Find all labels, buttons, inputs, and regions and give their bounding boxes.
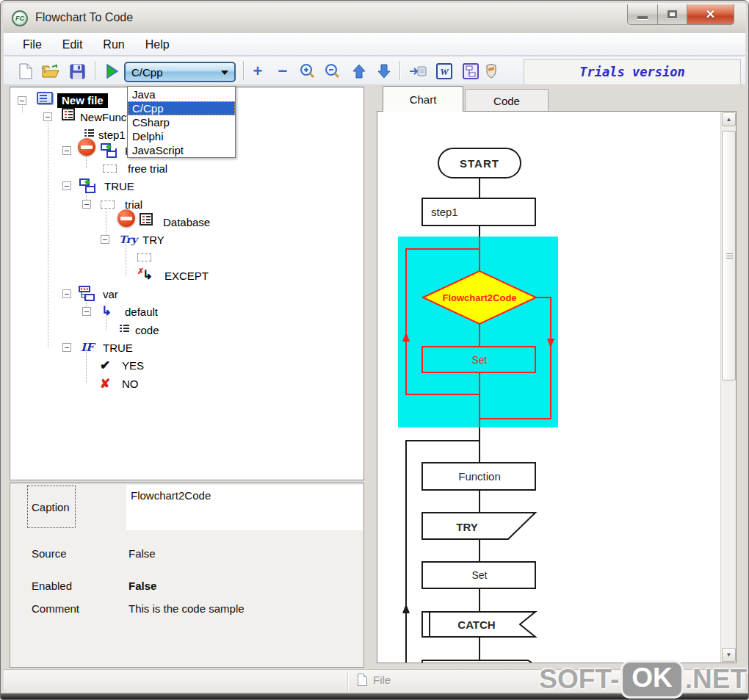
- start-label: START: [460, 157, 499, 170]
- zoom-in-icon: [300, 63, 316, 79]
- file-page-icon: [358, 674, 367, 686]
- disabled-icon: [117, 209, 135, 227]
- function-icon: [62, 108, 75, 120]
- scroll-down-button[interactable]: ▼: [722, 648, 736, 662]
- database-icon: [140, 213, 153, 225]
- arrow-down-icon: [377, 64, 391, 79]
- minimize-button[interactable]: [627, 4, 658, 25]
- caption-label[interactable]: Caption: [27, 486, 76, 528]
- flowchart-drawing: START step1 Flowchart2Code Set Function …: [377, 112, 720, 663]
- scroll-up-button[interactable]: ▲: [722, 112, 736, 126]
- tree-item-label: YES: [122, 359, 144, 372]
- step1-label: step1: [431, 206, 458, 218]
- tree-item-label: TRUE: [103, 342, 133, 354]
- open-folder-icon: [42, 64, 59, 79]
- title-bar[interactable]: FC Flowchart To Code ✕: [3, 3, 746, 33]
- export-flowchart-button[interactable]: [462, 62, 480, 80]
- collapse-icon[interactable]: [18, 96, 26, 105]
- loop-node-icon: [100, 142, 119, 159]
- trials-version-banner: Trials version: [524, 59, 741, 84]
- close-button[interactable]: ✕: [687, 4, 734, 25]
- tree-connector: [106, 205, 106, 239]
- arrow-up-icon: [352, 64, 366, 79]
- run-button[interactable]: [104, 62, 121, 80]
- variables-icon: [78, 285, 97, 303]
- dropdown-option-csharp[interactable]: CSharp: [128, 115, 235, 129]
- menu-edit[interactable]: Edit: [52, 38, 93, 51]
- collapse-icon[interactable]: [82, 307, 91, 316]
- collapse-icon[interactable]: [62, 343, 71, 352]
- scrollbar-thumb[interactable]: [722, 131, 736, 380]
- partial-node: [422, 660, 532, 663]
- loop-region: [398, 237, 558, 427]
- toolbar-separator: [95, 61, 95, 80]
- toolbar-separator: [243, 61, 244, 80]
- minimize-icon: [637, 16, 648, 19]
- maximize-button[interactable]: [658, 4, 687, 25]
- flowchart-export-icon: [463, 63, 479, 79]
- help-shield-button[interactable]: [485, 62, 497, 80]
- collapse-icon[interactable]: [82, 200, 91, 209]
- chart-canvas[interactable]: START step1 Flowchart2Code Set Function …: [377, 111, 737, 663]
- dropdown-option-javascript[interactable]: JavaScript: [128, 143, 235, 157]
- vertical-scrollbar[interactable]: ▲ ▼: [720, 112, 736, 663]
- minus-icon: −: [278, 64, 288, 79]
- move-down-button[interactable]: [375, 62, 393, 80]
- collapse-icon[interactable]: [62, 181, 71, 190]
- function-label: Function: [458, 470, 501, 483]
- placeholder-box-icon: [137, 253, 151, 261]
- collapse-icon[interactable]: [43, 112, 52, 121]
- collapse-icon[interactable]: [62, 146, 71, 155]
- watermark-suffix: .NET: [685, 664, 747, 695]
- new-file-button[interactable]: [17, 62, 35, 80]
- tree-connector: [126, 240, 126, 275]
- dropdown-option-java[interactable]: Java: [128, 87, 235, 101]
- enabled-value[interactable]: False: [129, 580, 156, 592]
- window-controls: ✕: [627, 4, 734, 25]
- open-file-button[interactable]: [42, 62, 59, 80]
- dropdown-option-delphi[interactable]: Delphi: [128, 129, 235, 143]
- try-node[interactable]: [422, 513, 535, 539]
- tree-item-label: TRY: [142, 234, 164, 246]
- enabled-label: Enabled: [32, 580, 72, 592]
- file-form-icon: [37, 92, 53, 104]
- collapse-icon[interactable]: [62, 289, 71, 298]
- zoom-out-button[interactable]: [324, 62, 341, 80]
- caption-value-field[interactable]: Flowchart2Code: [126, 485, 363, 530]
- properties-panel: Caption Flowchart2Code Source False Enab…: [10, 483, 364, 668]
- tree-item-label: EXCEPT: [164, 270, 209, 282]
- tree-item-label: default: [125, 306, 158, 318]
- menu-run[interactable]: Run: [93, 38, 134, 51]
- x-mark-icon: ✘: [100, 378, 110, 390]
- placeholder-box-icon: [103, 165, 117, 173]
- source-value[interactable]: False: [129, 547, 156, 560]
- chevron-down-icon: [221, 71, 228, 75]
- close-icon: ✕: [706, 7, 715, 21]
- loop-node-icon: [79, 178, 98, 194]
- comment-value[interactable]: This is the code sample: [129, 602, 245, 615]
- tab-code[interactable]: Code: [465, 89, 549, 112]
- export-arrow-icon: [409, 65, 427, 78]
- collapse-icon[interactable]: [101, 235, 109, 244]
- zoom-in-button[interactable]: [299, 62, 316, 80]
- try-label: TRY: [456, 521, 477, 533]
- new-document-icon: [19, 63, 32, 79]
- menu-bar: File Edit Run Help: [4, 33, 745, 56]
- tree-item-label: var: [103, 288, 118, 300]
- watermark-ok-badge: OK: [620, 660, 684, 699]
- move-up-button[interactable]: [350, 62, 368, 80]
- add-node-button[interactable]: +: [249, 62, 267, 80]
- export-word-button[interactable]: W: [435, 62, 453, 80]
- app-icon: FC: [12, 10, 28, 26]
- menu-file[interactable]: File: [12, 38, 52, 51]
- language-combobox[interactable]: C/Cpp: [124, 62, 236, 82]
- remove-node-button[interactable]: −: [274, 62, 292, 80]
- menu-help[interactable]: Help: [135, 38, 180, 51]
- catch-label: CATCH: [457, 618, 495, 631]
- export-code-button[interactable]: [409, 62, 427, 80]
- dropdown-option-ccpp[interactable]: C/Cpp: [128, 101, 235, 115]
- save-button[interactable]: [68, 62, 86, 80]
- comment-label: Comment: [32, 602, 79, 615]
- word-icon: W: [436, 63, 452, 79]
- tab-chart[interactable]: Chart: [383, 86, 463, 112]
